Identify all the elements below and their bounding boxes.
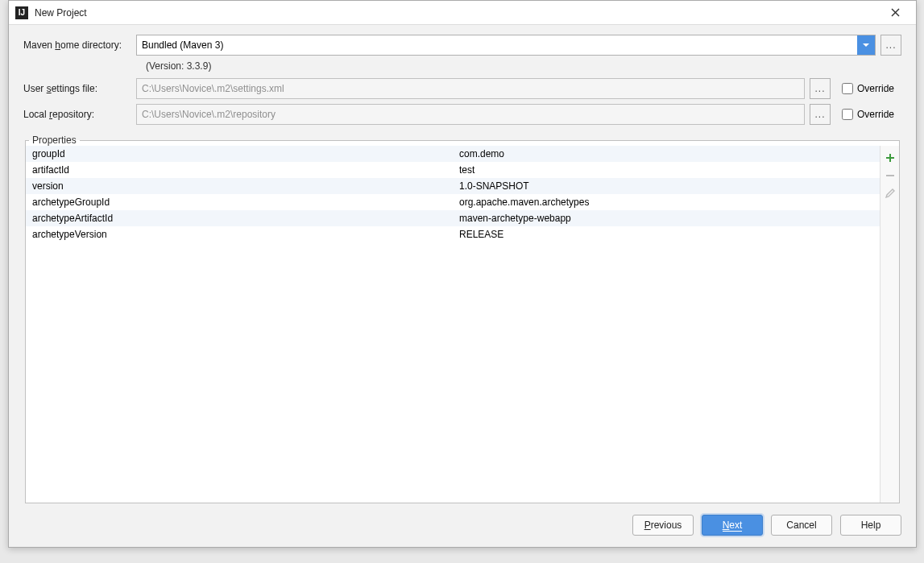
label-user-settings: User settings file: xyxy=(23,83,136,94)
override-user-settings[interactable]: Override xyxy=(839,81,901,97)
button-bar: Previous Next Cancel Help xyxy=(9,507,916,547)
override-local-repo[interactable]: Override xyxy=(839,106,901,122)
close-button[interactable] xyxy=(880,2,909,24)
previous-button[interactable]: Previous xyxy=(632,515,694,536)
override-user-settings-checkbox[interactable] xyxy=(842,83,853,94)
close-icon xyxy=(891,8,900,17)
property-value: test xyxy=(453,162,880,178)
titlebar: IJ New Project xyxy=(9,1,916,25)
table-row[interactable]: groupIdcom.demo xyxy=(26,146,880,162)
properties-legend: Properties xyxy=(29,135,80,146)
override-label-2: Override xyxy=(857,109,894,120)
help-button[interactable]: Help xyxy=(840,515,901,536)
previous-label-rest: revious xyxy=(651,520,682,531)
cancel-button[interactable]: Cancel xyxy=(771,515,832,536)
user-settings-browse-button[interactable]: ... xyxy=(810,78,831,99)
next-label: Next xyxy=(723,520,743,532)
override-label-1: Override xyxy=(857,83,894,94)
label-maven-home: Maven home directory: xyxy=(23,39,136,51)
property-value: 1.0-SNAPSHOT xyxy=(453,178,880,194)
dropdown-arrow-icon[interactable] xyxy=(857,35,875,55)
property-key: version xyxy=(26,178,453,194)
property-key: artifactId xyxy=(26,162,453,178)
property-key: archetypeArtifactId xyxy=(26,210,453,226)
table-row[interactable]: archetypeGroupIdorg.apache.maven.archety… xyxy=(26,194,880,210)
remove-property-button[interactable] xyxy=(880,167,899,184)
table-row[interactable]: archetypeVersionRELEASE xyxy=(26,226,880,242)
minus-icon xyxy=(885,170,896,181)
next-button[interactable]: Next xyxy=(702,515,763,536)
table-row[interactable]: archetypeArtifactIdmaven-archetype-webap… xyxy=(26,210,880,226)
user-settings-value: C:\Users\Novice\.m2\settings.xml xyxy=(142,83,284,94)
override-local-repo-checkbox[interactable] xyxy=(842,109,853,120)
properties-body: groupIdcom.demoartifactIdtestversion1.0-… xyxy=(26,146,899,503)
cancel-label: Cancel xyxy=(786,520,816,531)
app-icon: IJ xyxy=(15,6,28,19)
table-row[interactable]: version1.0-SNAPSHOT xyxy=(26,178,880,194)
property-key: archetypeGroupId xyxy=(26,194,453,210)
plus-icon xyxy=(885,152,896,164)
help-label: Help xyxy=(861,520,881,531)
maven-home-browse-button[interactable]: ... xyxy=(880,35,901,56)
row-maven-home: Maven home directory: Bundled (Maven 3) … xyxy=(23,35,901,56)
local-repo-browse-button[interactable]: ... xyxy=(810,104,831,125)
property-key: archetypeVersion xyxy=(26,226,453,242)
row-user-settings: User settings file: C:\Users\Novice\.m2\… xyxy=(23,78,901,99)
table-row[interactable]: artifactIdtest xyxy=(26,162,880,178)
property-value: RELEASE xyxy=(453,226,880,242)
dialog-window: IJ New Project Maven home directory: Bun… xyxy=(8,0,917,548)
property-value: org.apache.maven.archetypes xyxy=(453,194,880,210)
row-local-repository: Local repository: C:\Users\Novice\.m2\re… xyxy=(23,104,901,125)
label-local-repository: Local repository: xyxy=(23,109,136,120)
user-settings-field[interactable]: C:\Users\Novice\.m2\settings.xml xyxy=(136,78,805,99)
dialog-body: Maven home directory: Bundled (Maven 3) … xyxy=(9,25,916,507)
property-key: groupId xyxy=(26,146,453,162)
maven-home-combo[interactable]: Bundled (Maven 3) xyxy=(136,35,876,56)
property-value: maven-archetype-webapp xyxy=(453,210,880,226)
add-property-button[interactable] xyxy=(880,149,899,167)
local-repo-value: C:\Users\Novice\.m2\repository xyxy=(142,109,276,120)
pencil-icon xyxy=(885,188,896,199)
properties-fieldset: Properties groupIdcom.demoartifactIdtest… xyxy=(25,135,900,503)
properties-table[interactable]: groupIdcom.demoartifactIdtestversion1.0-… xyxy=(26,146,880,242)
edit-property-button[interactable] xyxy=(880,184,899,202)
properties-table-wrap: groupIdcom.demoartifactIdtestversion1.0-… xyxy=(26,146,880,503)
properties-side-toolbar xyxy=(880,146,899,503)
maven-version-hint: (Version: 3.3.9) xyxy=(136,60,901,72)
window-title: New Project xyxy=(35,7,880,19)
maven-home-value: Bundled (Maven 3) xyxy=(142,39,223,51)
property-value: com.demo xyxy=(453,146,880,162)
local-repo-field[interactable]: C:\Users\Novice\.m2\repository xyxy=(136,104,805,125)
